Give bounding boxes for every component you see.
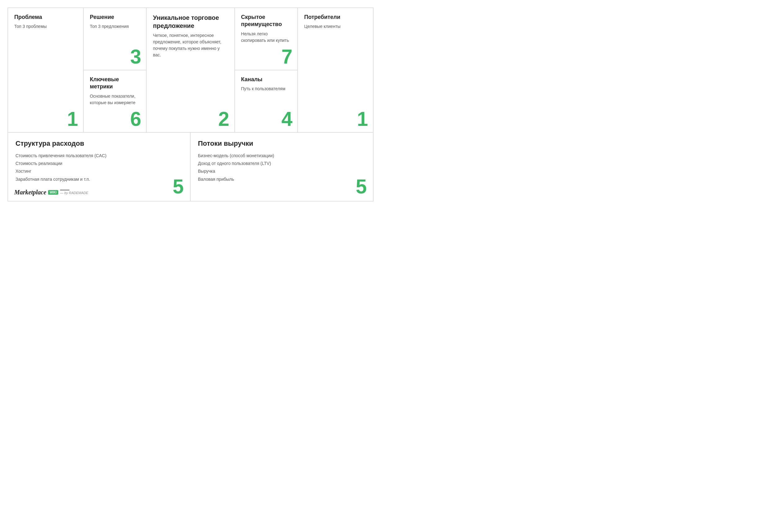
bottom-section: Структура расходов Стоимость привлечения… [8,132,373,201]
klyuchevye-heading: Ключевые метрики [90,76,140,91]
vyruchka-items: Бизнес-модель (способ монетизации) Доход… [198,152,366,183]
skrytoe-number: 7 [281,47,293,67]
vyruchka-item-4: Валовая прибыль [198,176,366,183]
vyruchka-cell: Потоки выручки Бизнес-модель (способ мон… [190,133,373,201]
problema-cell: Проблема Топ 3 проблемы 1 [8,8,84,132]
potrebiteli-heading: Потребители [304,14,367,21]
vyruchka-item-3: Выручка [198,167,366,175]
potrebiteli-number: 1 [357,109,368,129]
kanaly-cell: Каналы Путь к пользователям 4 [235,70,298,132]
rashody-number: 5 [173,177,184,196]
vyruchka-item-1: Бизнес-модель (способ монетизации) [198,152,366,160]
rashody-heading: Структура расходов [16,139,183,148]
vyruchka-heading: Потоки выручки [198,139,366,148]
rashody-item-4: Заработная плата сотрудникам и т.п. [16,176,183,183]
skrytoe-cell: Скрытое преимущество Нельзя легко скопир… [235,8,298,70]
reshenie-number: 3 [130,47,141,67]
logo-by: — by RADEMADE [60,191,88,195]
rashody-items: Стоимость привлечения пользователя (CAC)… [16,152,183,183]
reshenie-heading: Решение [90,14,140,21]
problema-number: 1 [67,109,78,129]
rashody-item-1: Стоимость привлечения пользователя (CAC) [16,152,183,160]
skrytoe-col: Скрытое преимущество Нельзя легко скопир… [235,8,298,132]
utp-cell: Уникальное торговое предложение Четкое, … [147,8,235,132]
kanaly-number: 4 [281,109,293,129]
rashody-item-3: Хостинг [16,167,183,175]
lean-canvas: Проблема Топ 3 проблемы 1 Решение Топ 3 … [7,7,374,201]
reshenie-cell: Решение Топ 3 предложения 3 [84,8,146,70]
logo-brand: Marketplace [14,189,46,196]
logo-wiki-badge: WIKI [48,190,58,195]
rashody-item-2: Стоимость реализации [16,160,183,167]
klyuchevye-cell: Ключевые метрики Основные показатели, ко… [84,70,146,132]
potrebiteli-cell: Потребители Целевые клиенты 1 [298,8,373,132]
utp-number: 2 [218,109,229,129]
klyuchevye-number: 6 [130,109,141,129]
kanaly-heading: Каналы [241,76,291,83]
logo-sub: — by RADEMADE [60,190,88,195]
rashody-cell: Структура расходов Стоимость привлечения… [8,133,190,201]
vyruchka-item-2: Доход от одного пользователя (LTV) [198,160,366,167]
skrytoe-heading: Скрытое преимущество [241,14,291,28]
utp-subtext: Четкое, понятное, интересное предложение… [153,32,228,58]
reshenie-col: Решение Топ 3 предложения 3 Ключевые мет… [84,8,147,132]
utp-heading: Уникальное торговое предложение [153,14,228,30]
top-section: Проблема Топ 3 проблемы 1 Решение Топ 3 … [8,8,373,132]
problema-heading: Проблема [14,14,77,21]
vyruchka-number: 5 [355,177,367,196]
logo-line [60,190,69,190]
logo-area: Marketplace WIKI — by RADEMADE [14,189,88,196]
